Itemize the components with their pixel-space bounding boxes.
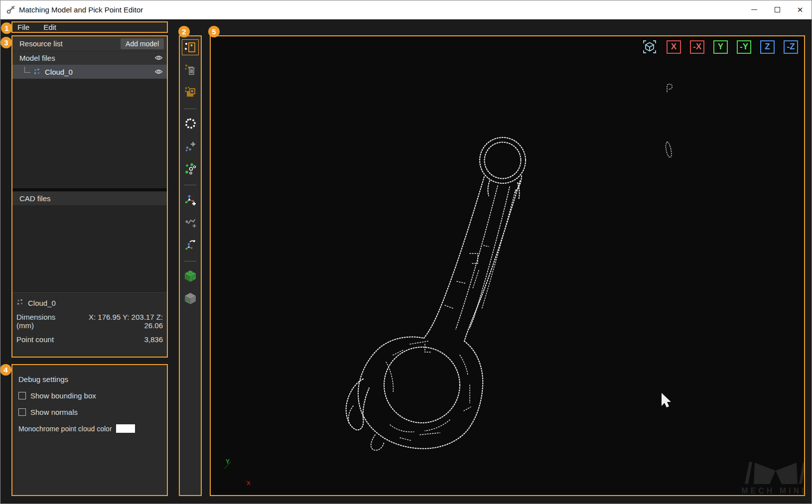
close-button[interactable]: ✕ (789, 0, 812, 19)
view-x-button[interactable]: X (667, 40, 681, 54)
toolbar-divider (184, 109, 196, 109)
menu-edit[interactable]: Edit (43, 23, 56, 31)
point-cloud-icon (33, 68, 41, 75)
watermark-text: MECH MIND (741, 487, 804, 495)
rotate-pick-point-tool[interactable] (182, 237, 199, 252)
add-points-icon (184, 139, 197, 152)
monochrome-color-row: Monochrome point cloud color (18, 424, 162, 433)
wrench-icon (6, 5, 15, 14)
main-content: File Edit Resource list Add model Model … (0, 19, 812, 504)
voxel-grid-off-tool[interactable] (182, 290, 199, 306)
model-item-cloud0[interactable]: Cloud_0 (12, 65, 167, 79)
viewport-toolbar (179, 35, 202, 496)
axis-x-label: X (247, 480, 251, 486)
cursor-shaped-points (662, 393, 671, 407)
crop-icon (184, 86, 197, 99)
point-cloud-icon (16, 299, 24, 307)
delete-points-tool[interactable] (182, 62, 199, 78)
axis-y-label: Y (226, 458, 230, 465)
teach-pick-point-tool[interactable] (182, 214, 199, 230)
view-cube-icon (642, 39, 657, 54)
cad-files-list[interactable] (12, 205, 167, 293)
eye-icon[interactable] (154, 54, 163, 62)
minimize-button[interactable] (743, 0, 766, 19)
debug-settings-title: Debug settings (18, 375, 162, 383)
world-axes: Y X (225, 458, 252, 486)
point-display-icon (184, 162, 197, 175)
model-files-label: Model files (19, 54, 55, 62)
show-bounding-box-checkbox[interactable] (18, 392, 26, 399)
cad-files-header: CAD files (12, 191, 167, 205)
add-points-tool[interactable] (182, 138, 199, 154)
voxel-grid-on-tool[interactable] (182, 268, 199, 284)
window-title: Matching Model and Pick Point Editor (19, 5, 143, 14)
minimize-icon (751, 9, 757, 10)
trash-icon (184, 63, 197, 76)
show-bounding-box-label: Show bounding box (30, 391, 96, 400)
connecting-rod-point-cloud (346, 137, 526, 450)
tree-branch (24, 67, 30, 73)
add-model-button[interactable]: Add model (121, 38, 164, 49)
point-cloud-canvas: Y X MECH MIND (211, 36, 804, 495)
monochrome-color-swatch[interactable] (116, 424, 135, 433)
model-files-list[interactable] (12, 79, 167, 188)
teach-point-icon (184, 216, 197, 229)
view-minus-x-button[interactable]: -X (690, 40, 704, 54)
crop-points-tool[interactable] (182, 84, 199, 100)
view-buttons-bar: X -X Y -Y Z -Z (642, 39, 798, 54)
callout-1: 1 (1, 22, 12, 34)
dimensions-value: X: 176.95 Y: 203.17 Z: 26.06 (72, 313, 163, 330)
menu-file[interactable]: File (17, 23, 29, 31)
mech-mind-watermark: MECH MIND (741, 462, 804, 495)
rectangle-select-tool[interactable] (182, 39, 199, 55)
title-bar: Matching Model and Pick Point Editor ✕ (0, 0, 812, 19)
view-z-button[interactable]: Z (760, 40, 775, 54)
toolbar-divider (184, 261, 196, 261)
selected-model-name: Cloud_0 (28, 299, 56, 307)
show-bounding-box-row: Show bounding box (18, 391, 162, 400)
window-controls: ✕ (743, 0, 812, 19)
monochrome-color-label: Monochrome point cloud color (18, 425, 112, 433)
selection-info: Cloud_0 Dimensions (mm) X: 176.95 Y: 203… (12, 293, 167, 357)
voxel-cube-gray-icon (184, 292, 197, 305)
resource-list-header: Resource list Add model (12, 36, 167, 51)
viewport-3d[interactable]: Y X MECH MIND (210, 35, 805, 496)
show-normals-row: Show normals (18, 408, 162, 416)
debug-settings-panel: Debug settings Show bounding box Show no… (11, 364, 168, 496)
menu-bar: File Edit (11, 21, 168, 33)
app-window: Matching Model and Pick Point Editor ✕ F… (0, 0, 812, 504)
toolbar-divider (184, 185, 196, 185)
show-normals-checkbox[interactable] (18, 408, 26, 416)
dimensions-label: Dimensions (mm) (16, 313, 72, 330)
voxel-cube-green-icon (184, 269, 197, 282)
maximize-icon (775, 7, 780, 12)
resource-list-panel: Resource list Add model Model files (11, 35, 168, 358)
close-icon: ✕ (797, 6, 804, 13)
callout-3: 3 (0, 37, 12, 48)
view-minus-z-button[interactable]: -Z (784, 40, 798, 54)
show-normals-label: Show normals (30, 408, 78, 416)
callout-4: 4 (0, 364, 11, 376)
stray-points (666, 84, 672, 157)
callout-5: 5 (208, 26, 220, 37)
rectangle-select-icon (184, 41, 197, 54)
model-item-label: Cloud_0 (45, 68, 73, 76)
point-display-tool[interactable] (182, 160, 199, 176)
axes-plus-icon (184, 193, 197, 206)
fit-view-button[interactable] (642, 39, 658, 54)
rotate-pose-icon (184, 238, 197, 251)
view-y-button[interactable]: Y (713, 40, 728, 54)
callout-2: 2 (178, 26, 190, 37)
resource-list-title: Resource list (19, 39, 121, 48)
cad-files-label: CAD files (19, 194, 51, 203)
circle-select-icon (184, 117, 197, 130)
view-minus-y-button[interactable]: -Y (737, 40, 751, 54)
point-count-value: 3,836 (144, 335, 163, 344)
point-count-label: Point count (16, 335, 54, 344)
maximize-button[interactable] (766, 0, 789, 19)
circle-select-tool[interactable] (182, 116, 199, 131)
eye-icon[interactable] (154, 68, 163, 76)
model-files-header: Model files (12, 51, 167, 65)
add-pick-point-tool[interactable] (182, 192, 199, 208)
